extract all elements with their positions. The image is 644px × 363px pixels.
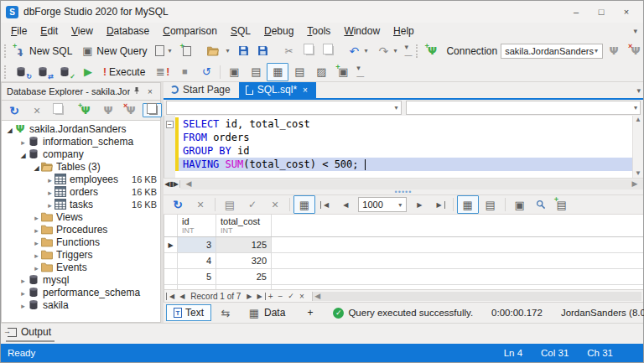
grid-row-3[interactable]: 5 25 [164, 269, 643, 285]
copy-button[interactable] [299, 44, 319, 58]
query-profiler-button[interactable] [223, 63, 245, 81]
redo-button[interactable]: ▾ [372, 42, 402, 60]
append-record-button[interactable] [266, 292, 276, 301]
cell-total-cost[interactable]: 125 [216, 237, 272, 252]
open-file-dropdown[interactable]: ▾ [225, 47, 230, 54]
menu-tools[interactable]: Tools [300, 23, 337, 39]
minimize-button[interactable]: – [564, 3, 588, 20]
new-query-button[interactable]: New Query [76, 42, 151, 60]
cut-button[interactable] [278, 42, 299, 60]
previous-record-button[interactable] [177, 293, 187, 300]
collapse-arrow-icon[interactable] [32, 211, 41, 223]
cell-id[interactable]: 4 [178, 253, 216, 268]
paste-button[interactable] [319, 44, 338, 58]
last-page-button[interactable] [429, 199, 449, 211]
explorer-connect-button[interactable]: Ψ [97, 101, 119, 120]
cell-total-cost[interactable]: 25 [216, 269, 272, 284]
tree-item-events[interactable]: Events [2, 261, 160, 273]
paging-mode-button[interactable] [293, 195, 315, 214]
new-document-dropdown[interactable]: ▾ [167, 47, 172, 54]
expand-arrow-icon[interactable] [5, 123, 14, 135]
sql-editor[interactable]: − SELECT id, total_cost FROM orders [164, 116, 643, 178]
previous-page-button[interactable] [336, 199, 355, 211]
tree-item-mysql[interactable]: mysql [2, 273, 160, 286]
tab-sql-document[interactable]: SQL.sql* × [239, 82, 316, 98]
maximize-button[interactable]: □ [589, 3, 613, 20]
column-header-id[interactable]: id INT [178, 215, 216, 236]
window-layout-button[interactable] [288, 63, 310, 81]
results-stop-button[interactable] [190, 195, 211, 214]
tree-item-tasks[interactable]: tasks 16 KB [2, 198, 160, 210]
scroll-down-icon[interactable] [631, 170, 644, 177]
code-line-2[interactable]: FROM orders [164, 131, 632, 144]
query-plan-button[interactable] [245, 63, 267, 81]
expand-arrow-icon[interactable] [18, 148, 28, 160]
collapse-arrow-icon[interactable] [45, 199, 55, 210]
explorer-refresh-button[interactable] [3, 101, 25, 120]
tree-item-procedures[interactable]: Procedures [2, 223, 160, 236]
tree-item-sakila[interactable]: sakila [2, 298, 160, 311]
explorer-delete-button[interactable] [26, 101, 48, 120]
tree-item-company[interactable]: company [2, 148, 160, 160]
tab-output[interactable]: Output [6, 326, 55, 342]
tab-data[interactable]: Data [240, 303, 293, 322]
card-view-button[interactable] [480, 195, 501, 214]
tree-item-connection[interactable]: Ψ sakila.JordanSanders [2, 122, 160, 135]
new-document-button[interactable]: ▾ [151, 43, 176, 59]
toolbar2-overflow-icon[interactable]: ▾— [354, 64, 366, 80]
code-line-4-current[interactable]: HAVING SUM(total_cost) < 500; [164, 158, 632, 171]
sql-toolbar-grip[interactable] [4, 65, 8, 79]
column-chooser-button[interactable] [509, 195, 531, 214]
next-record-button[interactable] [244, 293, 254, 300]
tree-item-triggers[interactable]: Triggers [2, 248, 160, 261]
execute-script-button[interactable]: ! [149, 63, 174, 81]
collapse-arrow-icon[interactable] [45, 174, 55, 185]
connection-toolbar-grip[interactable] [416, 44, 418, 58]
menu-file[interactable]: File [4, 23, 34, 39]
image-view-button[interactable] [310, 63, 332, 81]
grid-row-2[interactable]: 4 320 [164, 253, 643, 269]
query-history-button[interactable] [195, 63, 217, 81]
open-file-button[interactable]: ▾ [203, 43, 234, 59]
code-line-3[interactable]: GROUP BY id [164, 144, 632, 158]
swap-view-button[interactable] [211, 303, 240, 322]
new-sql-button[interactable]: +ʇ New SQL [9, 42, 76, 60]
first-record-button[interactable] [166, 293, 177, 300]
run-button[interactable] [77, 63, 99, 81]
split-handle-icon[interactable]: ◀▮▶ [164, 180, 180, 188]
grid-horizontal-scrollbar[interactable] [312, 292, 641, 301]
menu-comparison[interactable]: Comparison [156, 23, 224, 39]
menubar-overflow-icon[interactable]: ▾ [631, 27, 640, 35]
tab-text[interactable]: T Text [166, 304, 211, 321]
tree-item-views[interactable]: Views [2, 210, 160, 223]
menu-debug[interactable]: Debug [257, 23, 300, 39]
new-snippet-button[interactable]: + [332, 63, 354, 81]
toolbar-grip[interactable] [4, 44, 6, 58]
explorer-close-icon[interactable]: × [143, 87, 157, 96]
collapse-arrow-icon[interactable] [18, 287, 28, 298]
commit-button[interactable] [219, 195, 241, 214]
tab-close-icon[interactable]: × [301, 86, 308, 95]
menu-window[interactable]: Window [337, 23, 387, 39]
explorer-duplicate-button[interactable] [49, 103, 68, 117]
collapse-arrow-icon[interactable] [18, 136, 28, 148]
grid-view-button[interactable] [457, 195, 479, 214]
menu-help[interactable]: Help [387, 23, 421, 39]
menu-sql[interactable]: SQL [224, 23, 257, 39]
footer-connection[interactable]: JordanSanders (8.0) [555, 308, 644, 318]
db-changes-button[interactable]: ⇄ [34, 63, 55, 81]
search-in-grid-button[interactable] [532, 197, 550, 212]
grid-row-1[interactable]: ▶ 3 125 [164, 237, 643, 253]
explorer-new-connection-button[interactable]: +Ψ [75, 101, 96, 120]
last-record-button[interactable] [255, 293, 266, 300]
explorer-disconnect-button[interactable]: ×Ψ [120, 101, 142, 120]
tree-item-functions[interactable]: Functions [2, 236, 160, 248]
scroll-up-icon[interactable] [631, 117, 644, 123]
collapse-arrow-icon[interactable] [18, 299, 28, 311]
fold-collapse-icon[interactable]: − [166, 121, 174, 128]
connect-button[interactable]: Ψ [603, 42, 625, 60]
add-view-button[interactable]: + [299, 304, 320, 321]
new-window-button[interactable]: + [176, 42, 198, 60]
menu-edit[interactable]: Edit [34, 23, 65, 39]
redo-dropdown[interactable]: ▾ [392, 47, 397, 54]
